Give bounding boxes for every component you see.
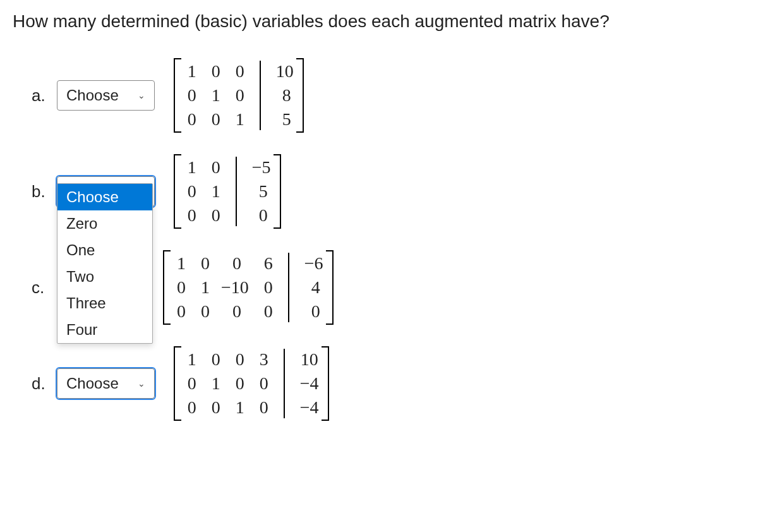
answer-select-b-dropdown[interactable]: Choose Zero One Two Three Four [57,183,153,344]
dropdown-option-three[interactable]: Three [57,290,152,317]
item-row-b: b. Choose ⌄ 100 010 −550 Choose Zero One… [32,153,745,230]
select-value: Choose [66,375,119,392]
dropdown-option-zero[interactable]: Zero [57,210,152,237]
chevron-down-icon: ⌄ [138,90,145,100]
answer-select-d[interactable]: Choose ⌄ [57,368,155,399]
question-items: a. Choose ⌄ 100 010 001 1085 b. Choose [32,57,745,422]
matrix-b: 100 010 −550 [174,153,281,230]
item-label-a: a. [32,86,57,106]
item-row-d: d. Choose ⌄ 100 010 001 300 10−4−4 [32,345,745,422]
chevron-down-icon: ⌄ [138,378,145,389]
dropdown-option-choose[interactable]: Choose [57,184,152,210]
question-prompt: How many determined (basic) variables do… [13,11,745,32]
item-label-c: c. [32,278,57,298]
dropdown-option-four[interactable]: Four [57,317,152,343]
item-row-a: a. Choose ⌄ 100 010 001 1085 [32,57,745,134]
dropdown-option-two[interactable]: Two [57,263,152,290]
dropdown-option-one[interactable]: One [57,237,152,263]
matrix-c: 100 010 0−100 600 −640 [163,249,334,326]
select-value: Choose [66,87,119,104]
matrix-a: 100 010 001 1085 [174,57,304,134]
item-label-d: d. [32,374,57,394]
answer-select-a[interactable]: Choose ⌄ [57,80,155,111]
item-label-b: b. [32,182,57,202]
matrix-d: 100 010 001 300 10−4−4 [174,345,329,422]
